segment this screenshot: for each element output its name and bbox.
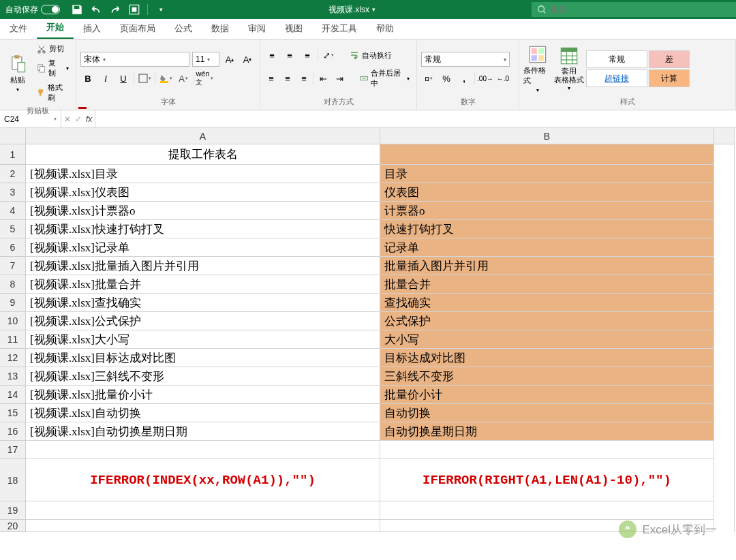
row-header[interactable]: 4 — [0, 202, 26, 220]
fx-icon[interactable]: fx — [86, 114, 92, 124]
align-middle-icon[interactable]: ≡ — [282, 48, 297, 63]
cell[interactable]: 批量合并 — [380, 275, 714, 294]
tab-help[interactable]: 帮助 — [367, 18, 403, 39]
style-calculation[interactable]: 计算 — [649, 69, 690, 87]
tab-formulas[interactable]: 公式 — [165, 18, 202, 39]
row-header[interactable]: 3 — [0, 183, 26, 202]
cell[interactable]: 大小写 — [380, 330, 714, 349]
col-header-b[interactable]: B — [380, 128, 714, 144]
cell-formula-a[interactable]: IFERROR(INDEX(xx,ROW(A1)),"") — [26, 459, 380, 501]
col-header-c[interactable] — [714, 128, 735, 144]
cell[interactable]: [视频课.xlsx]大小写 — [26, 330, 380, 349]
number-format-combo[interactable]: 常规▾ — [421, 52, 510, 67]
save-icon[interactable] — [71, 3, 83, 16]
cell[interactable]: [视频课.xlsx]自动切换星期日期 — [26, 422, 380, 441]
cell[interactable]: 目标达成对比图 — [380, 349, 714, 367]
font-color-button[interactable]: A — [176, 71, 191, 86]
cell[interactable] — [714, 501, 735, 520]
cell[interactable] — [714, 312, 735, 330]
cell[interactable] — [714, 386, 735, 404]
conditional-formatting-button[interactable]: 条件格式▾ — [523, 45, 552, 93]
copy-button[interactable]: 复制▾ — [34, 57, 72, 80]
style-hyperlink[interactable]: 超链接 — [586, 69, 647, 87]
cell[interactable] — [380, 441, 714, 459]
align-left-icon[interactable]: ≡ — [264, 71, 278, 86]
cell[interactable] — [26, 520, 380, 532]
tab-developer[interactable]: 开发工具 — [312, 18, 367, 39]
cell[interactable]: [视频课.xlsx]记录单 — [26, 238, 380, 257]
currency-icon[interactable]: ¤ — [421, 71, 436, 86]
row-header[interactable]: 19 — [0, 501, 26, 520]
bold-button[interactable]: B — [80, 71, 95, 86]
decrease-font-icon[interactable]: A▾ — [240, 52, 255, 67]
font-size-combo[interactable]: 11▾ — [192, 52, 219, 67]
cell[interactable] — [714, 349, 735, 367]
cell[interactable] — [26, 501, 380, 520]
cell[interactable]: 自动切换星期日期 — [380, 422, 714, 441]
tab-insert[interactable]: 插入 — [74, 18, 110, 39]
cell[interactable]: [视频课.xlsx]仪表图 — [26, 183, 380, 202]
row-header[interactable]: 6 — [0, 238, 26, 257]
align-center-icon[interactable]: ≡ — [281, 71, 294, 86]
search-box[interactable] — [532, 2, 736, 17]
cell[interactable] — [714, 238, 735, 257]
cell[interactable] — [714, 294, 735, 312]
cell[interactable]: 批量插入图片并引用 — [380, 257, 714, 275]
tab-file[interactable]: 文件 — [0, 18, 37, 39]
italic-button[interactable]: I — [98, 71, 113, 86]
cell[interactable] — [714, 144, 735, 165]
search-input[interactable] — [551, 5, 731, 14]
autosave-toggle-icon[interactable] — [41, 5, 60, 14]
cell[interactable]: [视频课.xlsx]目标达成对比图 — [26, 349, 380, 367]
cell[interactable]: 查找确实 — [380, 294, 714, 312]
row-header[interactable]: 7 — [0, 257, 26, 275]
paste-button[interactable]: 粘贴 ▾ — [4, 42, 31, 104]
file-status-icon[interactable]: ▾ — [372, 6, 375, 13]
qat-customize-icon[interactable]: ▾ — [155, 3, 167, 16]
row-header[interactable]: 17 — [0, 441, 26, 459]
row-header[interactable]: 16 — [0, 422, 26, 441]
cell[interactable]: 目录 — [380, 165, 714, 183]
align-bottom-icon[interactable]: ≡ — [300, 48, 315, 63]
cell[interactable]: 仪表图 — [380, 183, 714, 202]
cell[interactable]: 自动切换 — [380, 404, 714, 422]
row-header[interactable]: 13 — [0, 367, 26, 386]
cell[interactable] — [380, 501, 714, 520]
enter-icon[interactable]: ✓ — [75, 114, 82, 124]
tab-view[interactable]: 视图 — [275, 18, 312, 39]
cell[interactable] — [714, 257, 735, 275]
tab-review[interactable]: 审阅 — [239, 18, 275, 39]
cell[interactable] — [714, 183, 735, 202]
wrap-text-button[interactable]: 自动换行 — [347, 49, 395, 62]
cell[interactable]: [视频课.xlsx]快速打钩打叉 — [26, 220, 380, 238]
cell-styles-gallery[interactable]: 常规 差 超链接 计算 — [586, 50, 690, 87]
cell[interactable]: [视频课.xlsx]计票器o — [26, 202, 380, 220]
cell[interactable] — [714, 220, 735, 238]
cell[interactable] — [380, 144, 714, 165]
cell[interactable]: [视频课.xlsx]公式保护 — [26, 312, 380, 330]
cell[interactable] — [714, 367, 735, 386]
font-name-combo[interactable]: 宋体▾ — [80, 52, 189, 67]
borders-button[interactable] — [137, 71, 152, 86]
cell[interactable]: 三斜线不变形 — [380, 367, 714, 386]
redo-icon[interactable] — [109, 3, 121, 16]
align-right-icon[interactable]: ≡ — [297, 71, 311, 86]
tab-page-layout[interactable]: 页面布局 — [110, 18, 165, 39]
cell[interactable]: 公式保护 — [380, 312, 714, 330]
cell[interactable] — [714, 165, 735, 183]
cell[interactable]: 快速打钩打叉 — [380, 220, 714, 238]
autosave-toggle-group[interactable]: 自动保存 — [0, 4, 65, 16]
cell[interactable] — [26, 441, 380, 459]
align-top-icon[interactable]: ≡ — [264, 48, 279, 63]
row-header[interactable]: 14 — [0, 386, 26, 404]
cell[interactable]: 提取工作表名 — [26, 144, 380, 165]
percent-icon[interactable]: % — [439, 71, 454, 86]
cell[interactable]: [视频课.xlsx]批量价小计 — [26, 386, 380, 404]
col-header-a[interactable]: A — [26, 128, 380, 144]
row-header[interactable]: 10 — [0, 312, 26, 330]
grid-area[interactable]: A B 1 提取工作表名 2 [视频课.xlsx]目录 目录 3 [视频课.xl… — [0, 128, 736, 557]
row-header[interactable]: 9 — [0, 294, 26, 312]
row-header[interactable]: 11 — [0, 330, 26, 349]
cell[interactable] — [714, 422, 735, 441]
fill-color-button[interactable] — [158, 71, 173, 86]
